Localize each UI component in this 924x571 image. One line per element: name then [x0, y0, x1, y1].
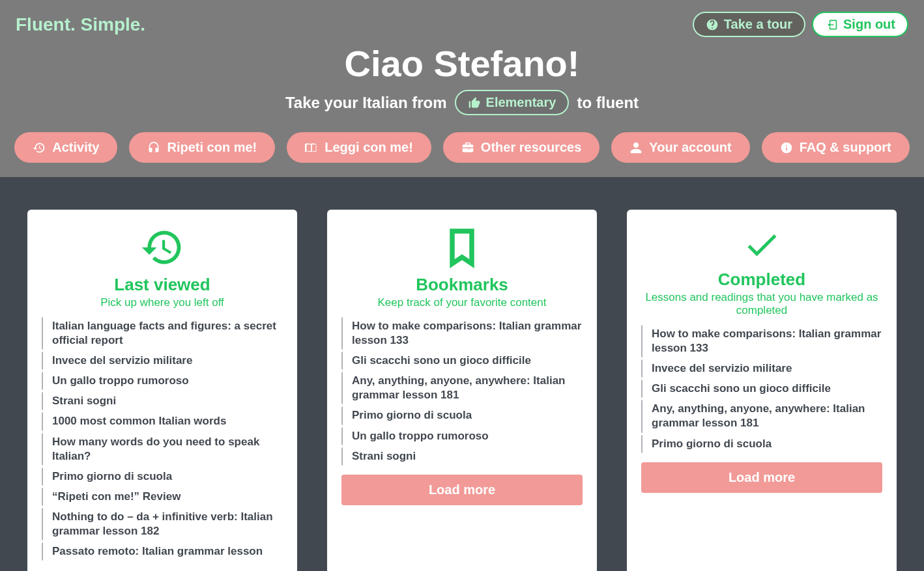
nav-leggi-label: Leggi con me! [325, 140, 413, 155]
completed-load-more[interactable]: Load more [641, 462, 882, 493]
bookmarks-title: Bookmarks [341, 275, 583, 295]
last-viewed-title: Last viewed [42, 275, 283, 295]
level-label: Elementary [486, 95, 556, 110]
greeting-subline: Take your Italian from Elementary to flu… [0, 90, 924, 115]
toolbox-icon [461, 141, 474, 154]
list-item[interactable]: Italian language facts and figures: a se… [42, 317, 283, 350]
bookmarks-card: Bookmarks Keep track of your favorite co… [327, 210, 597, 571]
greeting-title: Ciao Stefano! [0, 42, 924, 85]
completed-title: Completed [641, 270, 882, 290]
sign-out-icon [825, 18, 838, 31]
nav-faq-label: FAQ & support [800, 140, 891, 155]
sign-out-label: Sign out [843, 17, 895, 32]
list-item[interactable]: Passato remoto: Italian grammar lesson [42, 542, 283, 561]
list-item[interactable]: Invece del servizio militare [42, 352, 283, 370]
list-item[interactable]: 1000 most common Italian words [42, 412, 283, 430]
info-icon [780, 141, 793, 154]
list-item[interactable]: Strani sogni [42, 392, 283, 410]
nav-ripeti[interactable]: Ripeti con me! [129, 132, 275, 163]
bookmarks-list: How to make comparisons: Italian grammar… [341, 317, 583, 466]
nav-activity-label: Activity [52, 140, 99, 155]
history-large-icon [42, 225, 283, 270]
list-item[interactable]: Strani sogni [341, 447, 583, 466]
list-item[interactable]: How many words do you need to speak Ital… [42, 433, 283, 466]
last-viewed-sub: Pick up where you left off [42, 296, 283, 309]
last-viewed-card: Last viewed Pick up where you left off I… [27, 210, 297, 571]
bookmarks-load-more[interactable]: Load more [341, 475, 583, 505]
nav-pills: Activity Ripeti con me! Leggi con me! Ot… [0, 132, 924, 177]
thumbs-up-icon [468, 96, 481, 109]
nav-activity[interactable]: Activity [14, 132, 117, 163]
cards-row: Last viewed Pick up where you left off I… [0, 177, 924, 571]
sign-out-button[interactable]: Sign out [812, 12, 908, 37]
last-viewed-list: Italian language facts and figures: a se… [42, 317, 283, 561]
list-item[interactable]: “Ripeti con me!” Review [42, 488, 283, 506]
nav-ripeti-label: Ripeti con me! [167, 140, 257, 155]
history-icon [33, 141, 46, 154]
take-tour-button[interactable]: Take a tour [693, 12, 805, 37]
nav-account[interactable]: Your account [611, 132, 749, 163]
list-item[interactable]: Gli scacchi sono un gioco difficile [341, 352, 583, 370]
completed-sub: Lessons and readings that you have marke… [641, 291, 882, 317]
list-item[interactable]: Un gallo troppo rumoroso [341, 427, 583, 445]
bookmarks-sub: Keep track of your favorite content [341, 296, 583, 309]
list-item[interactable]: Gli scacchi sono un gioco difficile [641, 380, 882, 398]
greeting-pre: Take your Italian from [285, 94, 447, 112]
check-large-icon [641, 225, 882, 264]
book-icon [305, 141, 318, 154]
level-pill[interactable]: Elementary [455, 90, 570, 115]
list-item[interactable]: Any, anything, anyone, anywhere: Italian… [641, 400, 882, 432]
nav-account-label: Your account [649, 140, 731, 155]
list-item[interactable]: Primo giorno di scuola [641, 435, 882, 453]
list-item[interactable]: Un gallo troppo rumoroso [42, 372, 283, 390]
top-buttons: Take a tour Sign out [693, 12, 908, 37]
brand-logo: Fluent. Simple. [16, 14, 145, 35]
question-icon [706, 18, 719, 31]
nav-leggi[interactable]: Leggi con me! [287, 132, 431, 163]
list-item[interactable]: Primo giorno di scuola [341, 406, 583, 425]
completed-list: How to make comparisons: Italian grammar… [641, 325, 882, 453]
nav-other-label: Other resources [481, 140, 582, 155]
take-tour-label: Take a tour [724, 17, 792, 32]
list-item[interactable]: How to make comparisons: Italian grammar… [641, 325, 882, 357]
bookmark-large-icon [341, 225, 583, 270]
completed-card: Completed Lessons and readings that you … [627, 210, 897, 571]
list-item[interactable]: Nothing to do – da + infinitive verb: It… [42, 508, 283, 540]
hero-section: Fluent. Simple. Take a tour Sign out Cia… [0, 0, 924, 177]
user-icon [629, 141, 642, 154]
list-item[interactable]: Invece del servizio militare [641, 359, 882, 378]
greeting: Ciao Stefano! Take your Italian from Ele… [0, 42, 924, 115]
headset-icon [147, 141, 160, 154]
list-item[interactable]: How to make comparisons: Italian grammar… [341, 317, 583, 350]
greeting-post: to fluent [577, 94, 639, 112]
nav-other[interactable]: Other resources [443, 132, 600, 163]
top-bar: Fluent. Simple. Take a tour Sign out [0, 0, 924, 37]
list-item[interactable]: Primo giorno di scuola [42, 467, 283, 486]
nav-faq[interactable]: FAQ & support [762, 132, 910, 163]
list-item[interactable]: Any, anything, anyone, anywhere: Italian… [341, 372, 583, 404]
